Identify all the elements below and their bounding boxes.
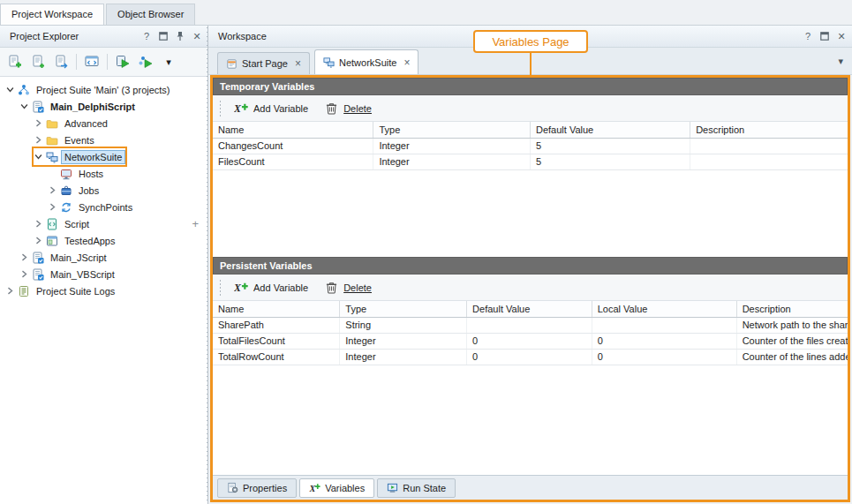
close-icon[interactable]: ✕ bbox=[836, 31, 847, 41]
table-cell[interactable]: TotalRowCount bbox=[213, 349, 340, 365]
table-cell[interactable]: TotalFilesCount bbox=[213, 333, 340, 349]
chevron-down-icon[interactable] bbox=[5, 85, 15, 94]
table-cell[interactable]: Integer bbox=[373, 154, 531, 169]
tree-item-project-suite-main[interactable]: Project Suite 'Main' (3 projects) bbox=[0, 81, 207, 98]
pin-icon[interactable] bbox=[175, 31, 185, 41]
tab-project-workspace[interactable]: Project Workspace bbox=[0, 4, 104, 25]
column-header[interactable]: Description bbox=[736, 301, 848, 317]
table-cell[interactable]: FilesCount bbox=[213, 154, 373, 169]
table-cell[interactable]: Integer bbox=[373, 138, 531, 154]
tab-object-browser[interactable]: Object Browser bbox=[106, 4, 195, 25]
tab-properties[interactable]: Properties bbox=[217, 478, 297, 498]
tree-item-networksuite[interactable]: NetworkSuite bbox=[0, 148, 207, 165]
table-cell[interactable] bbox=[592, 317, 736, 333]
table-cell[interactable]: 5 bbox=[530, 154, 690, 169]
close-icon[interactable]: ✕ bbox=[192, 31, 202, 41]
table-row[interactable]: TotalRowCountInteger00Counter of the lin… bbox=[213, 349, 848, 365]
tree-item-hosts[interactable]: Hosts bbox=[0, 165, 207, 182]
table-row[interactable]: ChangesCountInteger5 bbox=[213, 138, 848, 154]
float-window-icon[interactable] bbox=[158, 31, 169, 41]
column-header[interactable]: Description bbox=[690, 122, 848, 138]
tab-run-state[interactable]: Run State bbox=[377, 478, 456, 498]
column-header[interactable]: Type bbox=[373, 122, 531, 138]
table-cell[interactable] bbox=[690, 138, 848, 154]
add-script-unit-button[interactable]: + bbox=[192, 218, 199, 229]
table-cell[interactable]: 0 bbox=[467, 333, 592, 349]
add-existing-item-icon[interactable] bbox=[50, 51, 72, 72]
tree-item-label: NetworkSuite bbox=[61, 150, 125, 164]
chevron-right-icon[interactable] bbox=[34, 135, 43, 145]
table-row[interactable]: FilesCountInteger5 bbox=[213, 154, 848, 169]
edit-code-icon[interactable] bbox=[81, 51, 102, 72]
float-window-icon[interactable] bbox=[819, 31, 830, 41]
tree-item-main-delphiscript[interactable]: Main_DelphiScript bbox=[0, 98, 207, 115]
button-label: Add Variable bbox=[253, 103, 308, 114]
tab-networksuite[interactable]: NetworkSuite × bbox=[314, 49, 418, 74]
tree-item-jobs[interactable]: Jobs bbox=[0, 182, 207, 199]
table-cell[interactable]: Counter of the files created. bbox=[736, 333, 848, 349]
tree-item-project-suite-logs[interactable]: Project Suite Logs bbox=[0, 282, 207, 299]
table-cell[interactable]: Network path to the shared f bbox=[736, 317, 848, 333]
chevron-right-icon[interactable] bbox=[48, 202, 57, 212]
close-tab-icon[interactable]: × bbox=[403, 58, 410, 67]
table-cell[interactable]: 0 bbox=[467, 349, 592, 365]
folder-icon bbox=[45, 133, 58, 147]
tree-item-main-vbscript[interactable]: Main_VBScript bbox=[0, 266, 207, 282]
tree-item-advanced[interactable]: Advanced bbox=[0, 115, 207, 132]
table-row[interactable]: TotalFilesCountInteger00Counter of the f… bbox=[213, 333, 848, 349]
panel-splitter[interactable] bbox=[203, 26, 207, 504]
table-cell[interactable]: ChangesCount bbox=[213, 138, 373, 154]
close-tab-icon[interactable]: × bbox=[295, 59, 301, 68]
chevron-right-icon[interactable] bbox=[34, 236, 43, 245]
add-new-item-icon[interactable] bbox=[27, 51, 49, 72]
tab-variables[interactable]: X Variables bbox=[299, 478, 374, 498]
run-project-icon[interactable] bbox=[112, 51, 133, 72]
chevron-right-icon[interactable] bbox=[48, 185, 57, 195]
column-header[interactable]: Type bbox=[340, 301, 467, 317]
chevron-right-icon[interactable] bbox=[19, 269, 29, 279]
column-header[interactable]: Default Value bbox=[530, 122, 690, 138]
tab-label: NetworkSuite bbox=[339, 57, 396, 68]
table-cell[interactable] bbox=[467, 317, 592, 333]
tree-item-content: Main_JScript bbox=[19, 249, 110, 266]
dropdown-icon[interactable]: ▾ bbox=[838, 56, 843, 67]
run-state-icon bbox=[387, 482, 398, 493]
add-variable-button[interactable]: X Add Variable bbox=[230, 279, 313, 296]
column-header[interactable]: Name bbox=[213, 301, 340, 317]
delete-variable-button[interactable]: Delete bbox=[320, 279, 376, 296]
table-cell[interactable]: 0 bbox=[592, 333, 736, 349]
toolbar-grip[interactable] bbox=[218, 100, 222, 117]
help-icon[interactable]: ? bbox=[141, 31, 152, 41]
table-cell[interactable]: SharePath bbox=[213, 317, 340, 333]
run-suite-icon[interactable] bbox=[135, 51, 156, 72]
add-variable-button[interactable]: X Add Variable bbox=[230, 100, 313, 117]
help-icon[interactable]: ? bbox=[803, 31, 813, 41]
table-cell[interactable]: String bbox=[340, 317, 467, 333]
toolbar-grip[interactable] bbox=[218, 279, 222, 297]
column-header[interactable]: Name bbox=[213, 122, 373, 138]
chevron-right-icon[interactable] bbox=[19, 252, 29, 262]
dropdown-icon[interactable]: ▾ bbox=[158, 51, 179, 72]
add-new-project-icon[interactable] bbox=[4, 51, 26, 72]
tree-item-main-jscript[interactable]: Main_JScript bbox=[0, 249, 207, 266]
chevron-down-icon[interactable] bbox=[19, 102, 29, 111]
table-cell[interactable]: Integer bbox=[340, 349, 467, 365]
table-cell[interactable]: Integer bbox=[340, 333, 467, 349]
delete-variable-button[interactable]: Delete bbox=[320, 100, 376, 117]
table-cell[interactable] bbox=[690, 154, 848, 169]
tree-item-events[interactable]: Events bbox=[0, 132, 207, 148]
chevron-down-icon[interactable] bbox=[34, 152, 43, 162]
chevron-right-icon[interactable] bbox=[5, 286, 15, 296]
column-header[interactable]: Default Value bbox=[467, 301, 592, 317]
tab-start-page[interactable]: Start Page × bbox=[217, 52, 310, 74]
table-cell[interactable]: 0 bbox=[592, 349, 736, 365]
table-cell[interactable]: 5 bbox=[530, 138, 690, 154]
chevron-right-icon[interactable] bbox=[34, 118, 43, 128]
tree-item-synchpoints[interactable]: SynchPoints bbox=[0, 199, 207, 215]
tree-item-testedapps[interactable]: TestedApps bbox=[0, 232, 207, 249]
tree-item-script[interactable]: Script+ bbox=[0, 215, 207, 232]
chevron-right-icon[interactable] bbox=[34, 219, 43, 229]
table-row[interactable]: SharePathStringNetwork path to the share… bbox=[213, 317, 848, 333]
table-cell[interactable]: Counter of the lines added to bbox=[736, 349, 848, 365]
column-header[interactable]: Local Value bbox=[592, 301, 736, 317]
